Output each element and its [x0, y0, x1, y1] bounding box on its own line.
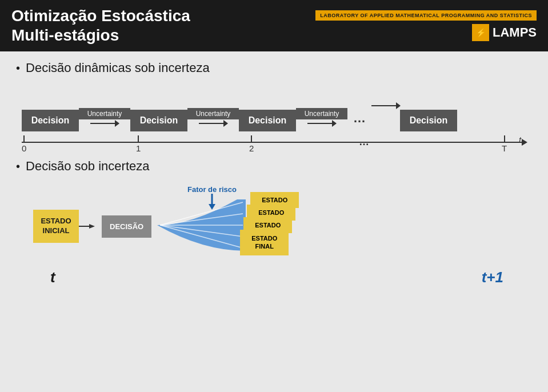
lamps-icon: ⚡ — [472, 24, 489, 41]
decision-box-T: Decision — [400, 110, 457, 131]
section2-text: Decisão sob incerteza — [26, 159, 149, 174]
estado-inicial-line1: ESTADO — [41, 217, 71, 225]
flow-item-1: Decision — [130, 93, 187, 131]
section1-text: Decisão dinâmicas sob incerteza — [26, 61, 210, 75]
uncertainty-group-1: Uncertainty — [79, 108, 130, 131]
tick-0: 0 — [22, 143, 26, 153]
header-title: Otimização Estocástica Multi-estágios — [11, 6, 315, 45]
header: Otimização Estocástica Multi-estágios LA… — [0, 0, 548, 51]
decision-box-2: Decision — [239, 110, 296, 131]
estado-f2-l1: ESTADO — [255, 222, 281, 229]
t-axis-label: t — [519, 135, 521, 145]
estado-f4-l1: ESTADO — [262, 197, 287, 203]
fan-container — [157, 191, 249, 262]
estado-f1-l1: ESTADO — [251, 235, 277, 242]
bottom-flow: ESTADO INICIAL DECISÃO — [33, 191, 515, 262]
title-line2: Multi-estágios — [11, 26, 119, 44]
bullet1: • — [16, 62, 20, 75]
flow-diagram: Decision Uncertainty Decision Uncertaint… — [22, 87, 526, 131]
uncertainty-group-2: Uncertainty — [187, 108, 239, 131]
decisao-box: DECISÃO — [102, 215, 151, 238]
uncertainty-label-3: Uncertainty — [296, 108, 347, 119]
page: Otimização Estocástica Multi-estágios LA… — [0, 0, 548, 392]
decision-box-1: Decision — [130, 110, 187, 131]
estado-inicial-line2: INICIAL — [43, 226, 70, 235]
title-line1: Otimização Estocástica — [11, 7, 190, 25]
tick-2: 2 — [249, 143, 254, 153]
logo-text: LAMPS — [493, 25, 537, 40]
arrow-to-decisao — [79, 222, 96, 231]
timeline: 0 1 2 … T — [22, 134, 526, 151]
t-label-bottom: t — [50, 269, 55, 286]
section2-bullet: • Decisão sob incerteza — [16, 159, 532, 174]
flow-arrow-4 — [371, 105, 400, 106]
t-labels: t t+1 — [33, 263, 515, 286]
uncertainty-label-1: Uncertainty — [79, 108, 130, 119]
section1-bullet: • Decisão dinâmicas sob incerteza — [16, 61, 532, 75]
decision-box-0: Decision — [22, 110, 79, 131]
svg-marker-3 — [89, 224, 95, 229]
tick-dots: … — [359, 136, 369, 148]
flow-dots: … — [347, 111, 371, 126]
flow-arrow-3 — [307, 123, 336, 124]
flow-arrow-2 — [199, 123, 227, 124]
bullet2: • — [16, 160, 20, 173]
tick-1: 1 — [136, 143, 141, 153]
estado-inicial: ESTADO INICIAL — [33, 210, 79, 243]
estado-f1-l2: FINAL — [255, 243, 274, 250]
tick-T: T — [502, 143, 507, 153]
estado-f3-l1: ESTADO — [258, 209, 284, 216]
uncertainty-label-2: Uncertainty — [187, 108, 239, 119]
lab-banner: LABORATORY OF APPLIED MATHEMATICAL PROGR… — [315, 10, 537, 21]
main-content: • Decisão dinâmicas sob incerteza Decisi… — [0, 51, 548, 295]
estado-final-1: ESTADO FINAL — [240, 230, 289, 255]
header-right: LABORATORY OF APPLIED MATHEMATICAL PROGR… — [315, 10, 537, 41]
flow-item-0: Decision — [22, 93, 79, 131]
estados-finais: ESTADO ESTADO ESTADO ESTADO FINAL — [240, 192, 303, 261]
bottom-diagram: Fator de risco ESTADO INICIAL — [16, 191, 532, 286]
flow-arrow-1 — [90, 123, 119, 124]
flow-item-2: Decision — [239, 93, 296, 131]
t-plus1-label: t+1 — [482, 269, 503, 286]
flow-item-T: Decision — [400, 93, 457, 131]
uncertainty-group-3: Uncertainty — [296, 108, 347, 131]
fan-svg — [157, 191, 249, 259]
lamps-logo: ⚡ LAMPS — [472, 24, 537, 41]
